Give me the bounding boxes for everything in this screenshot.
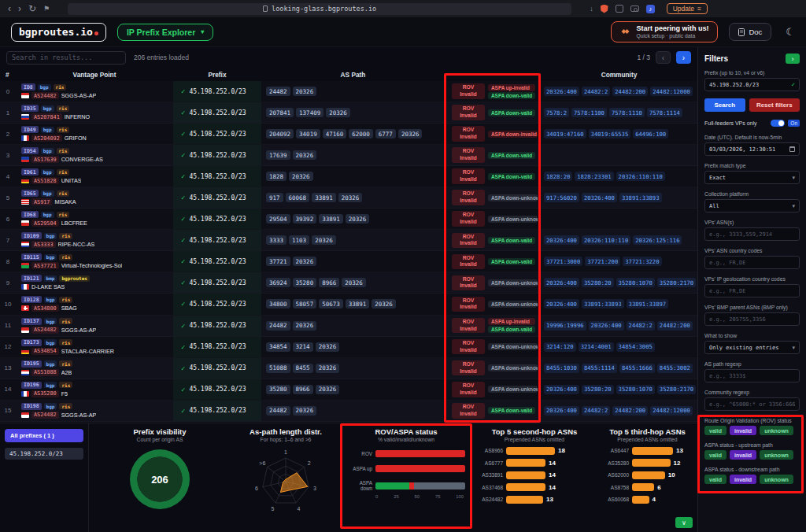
bookmark-icon[interactable]: ⚑ xyxy=(43,6,50,13)
as-hop: 37721 xyxy=(266,257,290,266)
reset-filters-button[interactable]: Reset filters xyxy=(749,98,800,112)
prefix-value: 45.198.252.0/23 xyxy=(189,407,246,414)
table-row[interactable]: 1 ID35 bgpris AS207841 INFERNO ✓ 45.198.… xyxy=(0,102,697,124)
logo[interactable]: bgproutes.io xyxy=(11,23,106,42)
vp-tags: bgpris xyxy=(44,297,73,303)
start-peering-button[interactable]: Start peering with us! Quick setup · pub… xyxy=(611,21,718,43)
community-cell: 20326:40024482:224482:20024482:12000 xyxy=(541,401,697,421)
as-hop: 204092 xyxy=(266,129,294,139)
download-icon[interactable]: ↓ xyxy=(590,6,593,13)
as-hop: 36924 xyxy=(266,278,290,287)
status-filter-chip-invalid[interactable]: invalid xyxy=(730,426,756,435)
aspa-badges: ASPA down-unknown xyxy=(488,386,538,393)
stacked-bar-row: ASPA up xyxy=(341,465,471,472)
collapse-sidebar-button[interactable]: › xyxy=(786,54,800,64)
top5-value: 14 xyxy=(549,484,556,491)
back-icon[interactable]: ‹ xyxy=(8,4,11,13)
prev-page-button[interactable]: ‹ xyxy=(656,51,671,64)
filter-select[interactable]: Only existing entries▾ xyxy=(704,341,800,354)
prefix-cell: ✓ 45.198.252.0/23 xyxy=(173,251,261,272)
filter-select[interactable]: All▾ xyxy=(704,199,800,212)
camera-icon[interactable] xyxy=(630,6,639,12)
next-page-button[interactable]: › xyxy=(676,51,691,64)
stacked-bar-label: ASPA down xyxy=(347,480,372,491)
status-filter-chip-unknown[interactable]: unknown xyxy=(760,450,793,460)
filter-input[interactable]: e.g., FR,DE xyxy=(704,256,800,269)
filter-input[interactable]: e.g., 205755,3356 xyxy=(704,312,800,326)
vp-asn: AS35280 xyxy=(31,390,59,397)
table-row[interactable]: 7 ID109 bgpris AS3333 RIPE-NCC-AS ✓ 45.1… xyxy=(0,230,697,251)
dark-mode-toggle-icon[interactable]: ☾ xyxy=(786,26,795,38)
search-input[interactable] xyxy=(6,51,126,65)
media-icon[interactable]: ♪ xyxy=(646,5,655,13)
prefix-explorer-button[interactable]: IP Prefix Explorer ▾ xyxy=(117,24,213,41)
filter-input-text: e.g., FR,DE xyxy=(709,288,745,294)
status-filter-chip-invalid[interactable]: invalid xyxy=(730,450,756,460)
filter-select[interactable]: Exact▾ xyxy=(704,171,800,184)
filter-input[interactable]: 03/03/2026, 12:30:51 xyxy=(704,142,800,156)
community-chip: 34019:65535 xyxy=(589,129,631,139)
rov-label: ROV xyxy=(453,105,483,113)
as-hop: 20326 xyxy=(372,299,396,308)
table-row[interactable]: 0 ID8 bgpris AS24482 SGGS-AS-AP ✓ 45.198… xyxy=(0,81,697,102)
vp-tags: bgpris xyxy=(41,212,70,218)
check-icon: ✓ xyxy=(181,130,185,138)
doc-button[interactable]: Doc xyxy=(729,23,771,41)
table-row[interactable]: 10 ID128 bgpris AS34800 SBAG ✓ 45.198.25… xyxy=(0,294,697,315)
all-prefixes-button[interactable]: All prefixes ( 1 ) xyxy=(5,429,83,442)
table-row[interactable]: 4 ID61 bgpris AS51828 UNITAS ✓ 45.198.25… xyxy=(0,166,697,187)
prefix-list-item[interactable]: 45.198.252.0/23 xyxy=(5,448,83,460)
search-button[interactable]: Search xyxy=(704,98,745,112)
table-row[interactable]: 13 ID195 bgpris AS51088 A2B ✓ 45.198.252… xyxy=(0,358,697,379)
vp-tags: bgpris xyxy=(44,254,73,260)
filter-input[interactable]: e.g., ^65000:* or 3356:666$ xyxy=(704,397,800,411)
check-icon: ✓ xyxy=(181,172,185,180)
filter-input[interactable]: e.g., 3333,559,2914 xyxy=(704,227,800,241)
url-text: looking-glass.bgproutes.io xyxy=(272,5,376,13)
table-row[interactable]: 15 ID198 bgpris AS24482 SGGS-AS-AP ✓ 45.… xyxy=(0,401,697,422)
status-filter-chip-unknown[interactable]: unknown xyxy=(760,475,793,484)
forward-icon[interactable]: › xyxy=(18,4,21,13)
status-filter-chip-valid[interactable]: valid xyxy=(704,475,727,484)
expand-button[interactable]: ∨ xyxy=(675,517,693,528)
vp-id-badge: ID198 xyxy=(21,403,42,410)
table-row[interactable]: 12 ID173 bgpris AS34854 STACLAR-CARRIER … xyxy=(0,337,697,358)
extensions-icon[interactable] xyxy=(616,5,623,13)
update-button[interactable]: Update ≡ xyxy=(667,3,708,14)
filter-input-text: 03/03/2026, 12:30:51 xyxy=(709,146,775,153)
logo-dot-icon xyxy=(94,31,98,35)
table-row[interactable]: 14 ID196 bgpris AS35280 F5 ✓ 45.198.252.… xyxy=(0,379,697,401)
prefix-value: 45.198.252.0/23 xyxy=(189,173,246,180)
as-path-cell: 3480058057506733389120326 xyxy=(261,294,445,314)
logo-text: bgproutes.io xyxy=(19,26,93,38)
status-filter-chip-unknown[interactable]: unknown xyxy=(760,426,793,435)
table-row[interactable]: 6 ID68 bgpris AS29504 LBCFREE ✓ 45.198.2… xyxy=(0,209,697,230)
address-bar[interactable]: looking-glass.bgproutes.io xyxy=(68,3,571,15)
vp-id-badge: ID121 xyxy=(21,275,42,282)
table-row[interactable]: 2 ID49 bgpris AS204092 GRIFON ✓ 45.198.2… xyxy=(0,124,697,145)
vp-id-badge: ID128 xyxy=(21,296,42,303)
table-row[interactable]: 3 ID54 bgpris AS17639 CONVERGE-AS ✓ 45.1… xyxy=(0,145,697,166)
filter-input[interactable]: e.g., 3333$ xyxy=(704,369,800,382)
page-indicator: 1 / 3 xyxy=(637,54,650,61)
full-feeders-toggle[interactable] xyxy=(771,120,785,127)
vp-tag-ris: ris xyxy=(59,297,72,303)
shield-icon[interactable] xyxy=(601,5,608,13)
table-row[interactable]: 11 ID137 bgpris AS24482 SGGS-AS-AP ✓ 45.… xyxy=(0,316,697,337)
community-chip: 20326:400 xyxy=(544,385,579,394)
reload-icon[interactable]: ↻ xyxy=(28,4,36,13)
calendar-icon[interactable] xyxy=(789,146,795,152)
vp-name: SGGS-AS-AP xyxy=(61,327,97,334)
table-row[interactable]: 8 ID115 bgpris AS37721 Virtual-Technolog… xyxy=(0,251,697,272)
status-cell: ROVInvalid ASPA down-unknown xyxy=(445,187,541,208)
status-filter-chip-valid[interactable]: valid xyxy=(704,450,727,460)
status-filter-chip-invalid[interactable]: invalid xyxy=(730,475,756,484)
status-filter-chip-valid[interactable]: valid xyxy=(704,426,727,435)
row-index: 0 xyxy=(0,81,16,102)
prefix-value: 45.198.252.0/23 xyxy=(189,386,246,393)
table-row[interactable]: 9 ID121 bmpbgproutes D-LAKE SAS ✓ 45.198… xyxy=(0,272,697,294)
table-row[interactable]: 5 ID65 bgpris AS917 MISAKA ✓ 45.198.252.… xyxy=(0,187,697,209)
filter-input[interactable]: 45.198.252.0/23✓ xyxy=(704,78,800,91)
as-hop: 20326 xyxy=(316,364,340,373)
filter-input[interactable]: e.g., FR,DE xyxy=(704,284,800,297)
